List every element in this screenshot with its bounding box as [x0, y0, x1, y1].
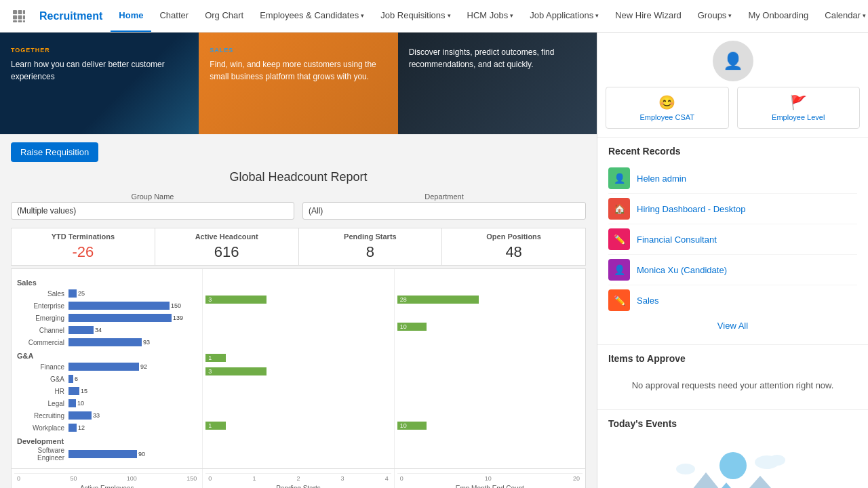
pending-bar-area: 1 [205, 421, 391, 430]
nav-employees[interactable]: Employees & Candidates▾ [252, 0, 372, 32]
green-bar-pending [205, 296, 267, 304]
table-row [205, 321, 391, 333]
bar-value-label: 150 [171, 302, 181, 309]
employee-level-label: Employee Level [772, 113, 825, 121]
open-bar-area: 28 [397, 295, 583, 304]
banner-together[interactable]: TOGETHER Learn how you can deliver bette… [0, 33, 199, 134]
record-name[interactable]: Hiring Dashboard - Desktop [637, 204, 745, 214]
nav-new-hire[interactable]: New Hire Wizard [607, 0, 690, 32]
job-app-dropdown-arrow: ▾ [595, 12, 599, 19]
banner-service-text: Discover insights, predict outcomes, fin… [409, 46, 586, 70]
table-row: 10 [397, 321, 583, 333]
right-sidebar: 👤 😊 Employee CSAT 🚩 Employee Level Recen… [597, 33, 868, 488]
blue-bar [68, 411, 92, 420]
table-row [397, 352, 583, 364]
bar-pending-value: 1 [208, 354, 212, 361]
ytd-terminations-cell: YTD Terminations -26 [12, 228, 155, 265]
table-row: Workplace12 [14, 422, 199, 433]
employee-csat-card[interactable]: 😊 Employee CSAT [606, 87, 729, 129]
nav-hcm-jobs[interactable]: HCM Jobs▾ [459, 0, 522, 32]
bar-open-value: 28 [400, 296, 407, 303]
table-row [397, 280, 583, 292]
table-row [397, 365, 583, 378]
nav-items: Home Chatter Org Chart Employees & Candi… [111, 0, 868, 32]
nav-job-applications[interactable]: Job Applications▾ [521, 0, 607, 32]
active-axis: 050100150 [14, 473, 199, 483]
nav-chatter[interactable]: Chatter [151, 0, 197, 32]
blue-bar [68, 363, 139, 371]
sidebar-top: 👤 😊 Employee CSAT 🚩 Employee Level [597, 33, 868, 138]
open-axis: 01020 [397, 473, 583, 483]
pending-bar-area [205, 336, 391, 345]
employee-level-card[interactable]: 🚩 Employee Level [737, 87, 861, 129]
app-launcher[interactable] [7, 9, 31, 23]
table-row: Recruiting33 [14, 410, 199, 421]
avatar: 👤 [713, 41, 753, 81]
chart-group-label: Sales [14, 277, 199, 288]
bar-area: 139 [68, 312, 199, 323]
nav-home[interactable]: Home [111, 0, 151, 32]
recent-records-list: 👤 Helen admin 🏠 Hiring Dashboard - Deskt… [608, 163, 857, 315]
list-item[interactable]: 👤 Monica Xu (Candidate) [608, 255, 857, 285]
table-row [205, 307, 391, 319]
view-all-link[interactable]: View All [608, 315, 857, 336]
record-icon: 👤 [608, 259, 630, 281]
row-label: Emerging [14, 314, 68, 322]
bar-value-label: 92 [140, 363, 147, 370]
bar-value-label: 12 [78, 424, 85, 431]
record-name[interactable]: Helen admin [637, 174, 686, 184]
items-to-approve-section: Items to Approve No approval requests ne… [597, 345, 868, 410]
table-row [397, 379, 583, 391]
banner-sales-tag: SALES [210, 46, 387, 56]
record-name[interactable]: Sales [637, 296, 659, 306]
metrics-row: YTD Terminations -26 Active Headcount 61… [11, 228, 586, 266]
open-positions-value: 48 [445, 243, 583, 261]
table-row: Legal10 [14, 398, 199, 409]
table-row: G&A6 [14, 373, 199, 384]
table-row: Sales25 [14, 288, 199, 299]
row-label: Legal [14, 400, 68, 407]
list-item[interactable]: 🏠 Hiring Dashboard - Desktop [608, 194, 857, 224]
bar-area: 12 [68, 422, 199, 433]
nav-org-chart[interactable]: Org Chart [197, 0, 252, 32]
list-item[interactable]: ✏️ Financial Consultant [608, 224, 857, 255]
record-name[interactable]: Financial Consultant [637, 235, 717, 245]
bar-value-label: 90 [138, 451, 145, 458]
open-bar-area [397, 380, 583, 390]
row-label: Channel [14, 327, 68, 334]
group-name-select[interactable]: (Multiple values) [11, 202, 294, 220]
pending-axis: 01234 [205, 473, 391, 483]
bar-area: 92 [68, 361, 199, 372]
nav-my-onboarding[interactable]: My Onboarding [740, 0, 816, 32]
pending-starts-chart: 3131 [203, 269, 394, 468]
list-item[interactable]: 👤 Helen admin [608, 163, 857, 194]
table-row: 3 [205, 365, 391, 378]
bar-area: 33 [68, 410, 199, 421]
pending-starts-value: 8 [302, 243, 439, 261]
open-bar-area [397, 336, 583, 345]
green-bar-pending [205, 367, 267, 375]
nav-job-requisitions[interactable]: Job Requisitions▾ [372, 0, 458, 32]
banner-together-content: Learn how you can deliver better custome… [11, 60, 165, 81]
hcm-jobs-dropdown-arrow: ▾ [510, 12, 513, 19]
nav-calendar[interactable]: Calendar▾ [816, 0, 868, 32]
raise-requisition-button[interactable]: Raise Requisition [11, 142, 98, 162]
bar-value-label: 93 [143, 339, 150, 346]
banner-sales[interactable]: SALES Find, win, and keep more customers… [199, 33, 397, 134]
calendar-dropdown-arrow: ▾ [863, 12, 866, 19]
main-layout: TOGETHER Learn how you can deliver bette… [0, 33, 868, 488]
green-bar-open [397, 296, 479, 304]
banner-service[interactable]: Discover insights, predict outcomes, fin… [398, 33, 597, 134]
table-row: Finance92 [14, 361, 199, 372]
open-positions-header: Open Positions [445, 232, 583, 241]
department-select[interactable]: (All) [302, 202, 586, 220]
open-bar-area: 10 [397, 421, 583, 430]
nav-groups[interactable]: Groups▾ [690, 0, 741, 32]
table-row [205, 334, 391, 346]
recent-records-title: Recent Records [608, 146, 857, 157]
list-item[interactable]: ✏️ Sales [608, 285, 857, 315]
department-label: Department [302, 192, 586, 201]
active-headcount-cell: Active Headcount 616 [155, 228, 299, 265]
record-name[interactable]: Monica Xu (Candidate) [637, 265, 727, 275]
table-row [397, 334, 583, 346]
